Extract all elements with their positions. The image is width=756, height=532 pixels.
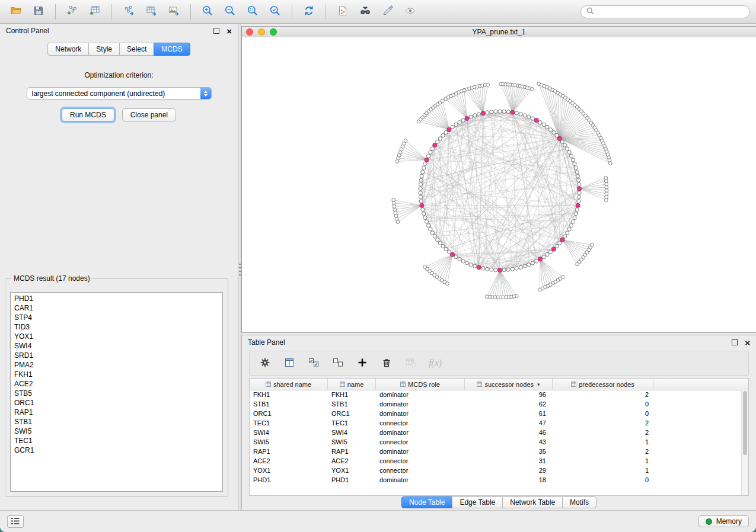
float-table-panel-icon[interactable] [732, 339, 738, 345]
cell: 0 [553, 410, 653, 417]
result-node-item[interactable]: ACE2 [11, 379, 222, 389]
close-table-panel-icon[interactable]: × [745, 338, 750, 347]
result-node-item[interactable]: STB1 [11, 417, 222, 427]
cell: STB1 [328, 400, 376, 408]
column-grid-icon [266, 381, 271, 388]
result-node-item[interactable]: CAR1 [11, 303, 222, 313]
toolbar-import-table-button[interactable] [85, 3, 105, 21]
result-node-item[interactable]: RAP1 [11, 408, 222, 417]
cell: dominator [376, 448, 465, 455]
result-node-item[interactable]: SWI4 [11, 341, 222, 351]
result-node-item[interactable]: SWI5 [11, 427, 222, 436]
result-node-item[interactable]: PMA2 [11, 360, 222, 370]
network-canvas[interactable] [242, 37, 756, 332]
application-window: Control Panel × NetworkStyleSelectMCDS O… [0, 0, 756, 532]
table-toolbar: f(x) [249, 351, 749, 376]
result-node-item[interactable]: TID3 [11, 322, 222, 332]
network-view-panel: YPA_prune.txt_1 [241, 26, 756, 333]
tab-node-table[interactable]: Node Table [401, 496, 453, 508]
tab-style[interactable]: Style [88, 43, 120, 56]
toolbar-export-image-button[interactable] [164, 3, 184, 21]
scrollbar-thumb[interactable] [743, 391, 747, 455]
delete-row-icon [381, 357, 393, 370]
table-row[interactable]: ORC1ORC1dominator610 [250, 409, 741, 418]
result-node-item[interactable]: PHD1 [11, 294, 222, 303]
function-builder-icon: f(x) [429, 358, 442, 368]
select-all-button[interactable] [307, 356, 321, 370]
minimize-window-icon[interactable] [258, 28, 265, 36]
node-table-header: shared namenameMCDS rolesuccessor nodes▾… [250, 379, 748, 390]
criterion-dropdown[interactable]: largest connected component (undirected) [27, 87, 212, 100]
toolbar-share-document-button[interactable] [333, 3, 353, 21]
table-row[interactable]: SWI4SWI4dominator462 [250, 428, 741, 437]
tab-network[interactable]: Network [47, 43, 89, 56]
toolbar-style-brush-button[interactable] [378, 3, 398, 21]
result-node-item[interactable]: YOX1 [11, 332, 222, 341]
toolbar-zoom-in-button[interactable] [197, 3, 218, 21]
delete-row-button[interactable] [379, 356, 394, 370]
tab-network-table[interactable]: Network Table [502, 496, 563, 508]
toolbar-export-network-button[interactable] [119, 3, 139, 21]
result-node-item[interactable]: FKH1 [11, 370, 222, 379]
column-manager-button[interactable] [282, 356, 296, 370]
table-row[interactable]: FKH1FKH1dominator962 [250, 390, 741, 399]
column-manager-icon [283, 357, 295, 370]
tab-mcds[interactable]: MCDS [154, 43, 190, 56]
save-session-icon [33, 5, 44, 18]
tab-edge-table[interactable]: Edge Table [452, 496, 503, 508]
tab-select[interactable]: Select [119, 43, 154, 56]
cell: 29 [465, 467, 553, 474]
toolbar-save-session-button[interactable] [28, 3, 49, 21]
cell: dominator [376, 400, 465, 408]
gear-button[interactable] [258, 356, 272, 370]
node-table: shared namenameMCDS rolesuccessor nodes▾… [249, 378, 749, 496]
table-scrollbar[interactable] [741, 390, 748, 495]
cell: connector [376, 438, 465, 446]
float-panel-icon[interactable] [213, 28, 219, 34]
cell: dominator [376, 476, 465, 483]
tab-motifs[interactable]: Motifs [562, 496, 596, 508]
toolbar-zoom-fit-button[interactable] [243, 3, 263, 21]
cell: 0 [553, 400, 653, 408]
result-node-item[interactable]: STB5 [11, 389, 222, 398]
table-row[interactable]: ACE2ACE2connector311 [250, 456, 741, 466]
memory-button[interactable]: Memory [698, 515, 749, 527]
column-header-successor-nodes[interactable]: successor nodes▾ [465, 379, 553, 390]
table-row[interactable]: RAP1RAP1dominator352 [250, 447, 741, 456]
column-header-predecessor-nodes[interactable]: predecessor nodes [553, 379, 653, 390]
table-row[interactable]: PHD1PHD1dominator180 [250, 475, 741, 485]
result-node-item[interactable]: ORC1 [11, 398, 222, 408]
close-panel-icon[interactable]: × [227, 27, 232, 36]
toolbar-export-table-button[interactable] [141, 3, 161, 21]
column-header-MCDS-role[interactable]: MCDS role [376, 379, 465, 390]
mcds-result-groupbox: MCDS result (17 nodes) PHD1CAR1STP4TID3Y… [5, 274, 228, 497]
add-row-button[interactable] [355, 356, 369, 370]
mcds-result-title: MCDS result (17 nodes) [11, 274, 92, 283]
run-mcds-button[interactable]: Run MCDS [62, 108, 114, 121]
search-input[interactable] [597, 7, 744, 17]
toolbar-show-hide-button[interactable] [400, 3, 420, 21]
toolbar-zoom-out-button[interactable] [220, 3, 240, 21]
result-node-item[interactable]: GCR1 [11, 446, 222, 455]
result-node-item[interactable]: SRD1 [11, 351, 222, 360]
toolbar-refresh-view-button[interactable] [299, 3, 319, 21]
result-node-item[interactable]: STP4 [11, 313, 222, 322]
column-header-shared-name[interactable]: shared name [250, 379, 328, 390]
result-node-item[interactable]: TEC1 [11, 436, 222, 446]
zoom-fit-icon [247, 5, 259, 18]
table-row[interactable]: YOX1YOX1connector291 [250, 466, 741, 475]
maximize-window-icon[interactable] [270, 28, 277, 36]
select-all-icon [308, 357, 320, 370]
close-window-icon[interactable] [246, 28, 253, 36]
table-row[interactable]: SWI5SWI5connector431 [250, 437, 741, 447]
column-header-name[interactable]: name [328, 379, 376, 390]
deselect-all-button[interactable] [331, 356, 345, 370]
close-panel-button[interactable]: Close panel [122, 108, 176, 121]
panel-menu-button[interactable] [7, 515, 24, 528]
toolbar-search-network-button[interactable] [355, 3, 375, 21]
toolbar-import-network-button[interactable] [62, 3, 82, 21]
table-row[interactable]: STB1STB1dominator620 [250, 399, 741, 409]
toolbar-open-file-button[interactable] [6, 3, 26, 21]
table-row[interactable]: TEC1TEC1connector472 [250, 418, 741, 428]
toolbar-zoom-selected-button[interactable] [265, 3, 285, 21]
